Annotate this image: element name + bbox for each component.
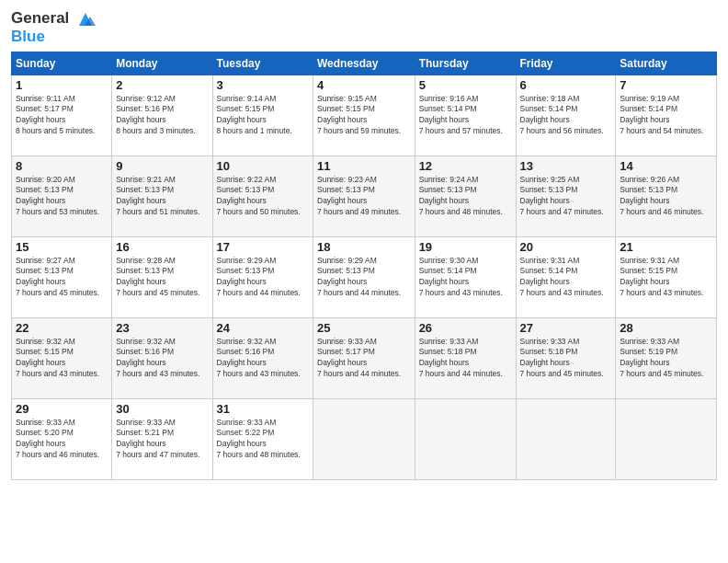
day-cell: 15 Sunrise: 9:27 AM Sunset: 5:13 PM Dayl… [12,236,112,317]
day-number: 14 [620,159,712,173]
day-cell: 20 Sunrise: 9:31 AM Sunset: 5:14 PM Dayl… [516,236,616,317]
day-info: Sunrise: 9:11 AM Sunset: 5:17 PM Dayligh… [16,94,108,138]
week-row-1: 1 Sunrise: 9:11 AM Sunset: 5:17 PM Dayli… [12,75,717,155]
day-number: 19 [419,240,512,254]
day-cell: 7 Sunrise: 9:19 AM Sunset: 5:14 PM Dayli… [616,75,717,155]
weekday-sunday: Sunday [12,52,112,75]
day-cell: 27 Sunrise: 9:33 AM Sunset: 5:18 PM Dayl… [516,317,616,398]
day-info: Sunrise: 9:22 AM Sunset: 5:13 PM Dayligh… [217,175,309,219]
week-row-2: 8 Sunrise: 9:20 AM Sunset: 5:13 PM Dayli… [12,155,717,236]
day-info: Sunrise: 9:16 AM Sunset: 5:14 PM Dayligh… [419,94,512,138]
day-number: 9 [116,159,208,173]
day-cell: 3 Sunrise: 9:14 AM Sunset: 5:15 PM Dayli… [212,75,313,155]
day-number: 15 [16,240,108,254]
day-number: 29 [16,402,108,416]
day-info: Sunrise: 9:33 AM Sunset: 5:18 PM Dayligh… [520,337,612,381]
day-info: Sunrise: 9:32 AM Sunset: 5:16 PM Dayligh… [217,337,309,381]
day-number: 3 [217,78,309,92]
day-info: Sunrise: 9:24 AM Sunset: 5:13 PM Dayligh… [419,175,512,219]
calendar-table: SundayMondayTuesdayWednesdayThursdayFrid… [11,52,717,480]
day-cell [313,398,415,479]
day-cell: 17 Sunrise: 9:29 AM Sunset: 5:13 PM Dayl… [212,236,313,317]
day-number: 13 [520,159,612,173]
day-cell: 8 Sunrise: 9:20 AM Sunset: 5:13 PM Dayli… [12,155,112,236]
day-cell: 1 Sunrise: 9:11 AM Sunset: 5:17 PM Dayli… [12,75,112,155]
day-number: 24 [217,321,309,335]
day-info: Sunrise: 9:32 AM Sunset: 5:15 PM Dayligh… [16,337,108,381]
week-row-3: 15 Sunrise: 9:27 AM Sunset: 5:13 PM Dayl… [12,236,717,317]
day-info: Sunrise: 9:29 AM Sunset: 5:13 PM Dayligh… [217,256,309,300]
day-cell: 13 Sunrise: 9:25 AM Sunset: 5:13 PM Dayl… [516,155,616,236]
day-number: 18 [317,240,411,254]
logo: General Blue [11,9,96,46]
day-info: Sunrise: 9:18 AM Sunset: 5:14 PM Dayligh… [520,94,612,138]
day-number: 2 [116,78,208,92]
day-cell: 4 Sunrise: 9:15 AM Sunset: 5:15 PM Dayli… [313,75,415,155]
day-cell: 2 Sunrise: 9:12 AM Sunset: 5:16 PM Dayli… [112,75,212,155]
day-cell: 28 Sunrise: 9:33 AM Sunset: 5:19 PM Dayl… [616,317,717,398]
day-number: 12 [419,159,512,173]
day-number: 6 [520,78,612,92]
day-info: Sunrise: 9:14 AM Sunset: 5:15 PM Dayligh… [217,94,309,138]
day-cell: 30 Sunrise: 9:33 AM Sunset: 5:21 PM Dayl… [112,398,212,479]
calendar-container: General Blue SundayMondayTuesd [0,0,728,563]
day-info: Sunrise: 9:23 AM Sunset: 5:13 PM Dayligh… [317,175,411,219]
logo-text: General Blue [11,9,96,46]
day-number: 26 [419,321,512,335]
day-info: Sunrise: 9:31 AM Sunset: 5:15 PM Dayligh… [620,256,712,300]
day-number: 4 [317,78,411,92]
weekday-saturday: Saturday [616,52,717,75]
day-cell: 25 Sunrise: 9:33 AM Sunset: 5:17 PM Dayl… [313,317,415,398]
day-cell: 10 Sunrise: 9:22 AM Sunset: 5:13 PM Dayl… [212,155,313,236]
day-info: Sunrise: 9:25 AM Sunset: 5:13 PM Dayligh… [520,175,612,219]
day-number: 21 [620,240,712,254]
weekday-thursday: Thursday [415,52,516,75]
header: General Blue [11,9,717,46]
day-number: 16 [116,240,208,254]
day-cell: 14 Sunrise: 9:26 AM Sunset: 5:13 PM Dayl… [616,155,717,236]
weekday-header-row: SundayMondayTuesdayWednesdayThursdayFrid… [12,52,717,75]
day-number: 20 [520,240,612,254]
day-number: 7 [620,78,712,92]
day-number: 5 [419,78,512,92]
day-cell [616,398,717,479]
day-cell: 9 Sunrise: 9:21 AM Sunset: 5:13 PM Dayli… [112,155,212,236]
day-number: 8 [16,159,108,173]
weekday-tuesday: Tuesday [212,52,313,75]
day-info: Sunrise: 9:32 AM Sunset: 5:16 PM Dayligh… [116,337,208,381]
day-info: Sunrise: 9:33 AM Sunset: 5:18 PM Dayligh… [419,337,512,381]
day-cell: 6 Sunrise: 9:18 AM Sunset: 5:14 PM Dayli… [516,75,616,155]
weekday-monday: Monday [112,52,212,75]
day-number: 30 [116,402,208,416]
weekday-friday: Friday [516,52,616,75]
day-number: 31 [217,402,309,416]
day-info: Sunrise: 9:15 AM Sunset: 5:15 PM Dayligh… [317,94,411,138]
day-number: 28 [620,321,712,335]
day-info: Sunrise: 9:30 AM Sunset: 5:14 PM Dayligh… [419,256,512,300]
day-cell: 12 Sunrise: 9:24 AM Sunset: 5:13 PM Dayl… [415,155,516,236]
day-info: Sunrise: 9:33 AM Sunset: 5:19 PM Dayligh… [620,337,712,381]
day-number: 23 [116,321,208,335]
week-row-4: 22 Sunrise: 9:32 AM Sunset: 5:15 PM Dayl… [12,317,717,398]
day-cell: 29 Sunrise: 9:33 AM Sunset: 5:20 PM Dayl… [12,398,112,479]
day-cell: 31 Sunrise: 9:33 AM Sunset: 5:22 PM Dayl… [212,398,313,479]
day-cell: 22 Sunrise: 9:32 AM Sunset: 5:15 PM Dayl… [12,317,112,398]
day-cell [516,398,616,479]
week-row-5: 29 Sunrise: 9:33 AM Sunset: 5:20 PM Dayl… [12,398,717,479]
day-cell: 26 Sunrise: 9:33 AM Sunset: 5:18 PM Dayl… [415,317,516,398]
day-info: Sunrise: 9:33 AM Sunset: 5:20 PM Dayligh… [16,418,108,462]
day-info: Sunrise: 9:12 AM Sunset: 5:16 PM Dayligh… [116,94,208,138]
day-cell [415,398,516,479]
day-number: 25 [317,321,411,335]
day-cell: 19 Sunrise: 9:30 AM Sunset: 5:14 PM Dayl… [415,236,516,317]
logo-block: General Blue [11,9,96,46]
day-cell: 5 Sunrise: 9:16 AM Sunset: 5:14 PM Dayli… [415,75,516,155]
day-number: 27 [520,321,612,335]
day-number: 10 [217,159,309,173]
day-info: Sunrise: 9:21 AM Sunset: 5:13 PM Dayligh… [116,175,208,219]
day-info: Sunrise: 9:31 AM Sunset: 5:14 PM Dayligh… [520,256,612,300]
day-number: 1 [16,78,108,92]
day-info: Sunrise: 9:27 AM Sunset: 5:13 PM Dayligh… [16,256,108,300]
day-cell: 21 Sunrise: 9:31 AM Sunset: 5:15 PM Dayl… [616,236,717,317]
day-number: 17 [217,240,309,254]
